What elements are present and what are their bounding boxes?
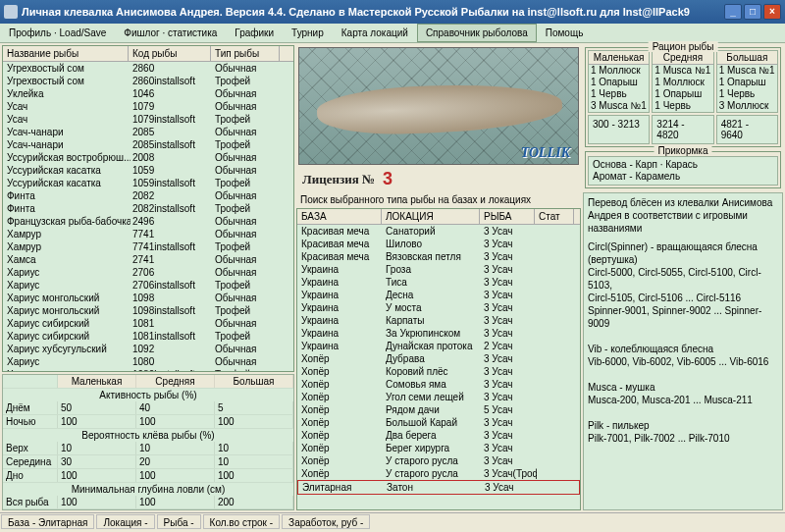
table-row[interactable]: ХопёрУ старого русла3 Усач xyxy=(297,454,580,467)
table-row[interactable]: Хариус2706Обычная xyxy=(3,266,293,279)
activity-row: Середина302010 xyxy=(3,455,293,469)
col-fish-name[interactable]: Название рыбы xyxy=(3,46,129,61)
fish-image: TOLLIK xyxy=(298,47,579,165)
table-row[interactable]: ЭлитарнаяЗатон3 Усач xyxy=(297,480,580,495)
table-row[interactable]: ХопёрСомовья яма3 Усач xyxy=(297,378,580,391)
table-row[interactable]: ХопёрУгол семи лещей3 Усач xyxy=(297,391,580,403)
range-box: 300 - 3213 xyxy=(588,115,650,144)
activity-row: Вся рыба100100200 xyxy=(3,496,293,509)
menu-4[interactable]: Карта локаций xyxy=(333,24,417,42)
table-row[interactable]: Усач-чанари2085installsoftТрофей xyxy=(3,138,293,151)
status-cell: Заработок, руб - xyxy=(282,514,370,529)
table-row[interactable]: УкраинаГроза3 Усач xyxy=(297,263,580,276)
table-row[interactable]: УкраинаЗа Укрюпинском3 Усач xyxy=(297,327,580,340)
window-title: Личная клевалка Анисимова Андрея. Версия… xyxy=(22,6,722,18)
menu-3[interactable]: Турнир xyxy=(283,24,333,42)
activity-row: Дно100100100 xyxy=(3,469,293,483)
table-row[interactable]: Хариус1080Обычная xyxy=(3,355,293,368)
table-row[interactable]: ХопёрБерег хирурга3 Усач xyxy=(297,442,580,454)
fish-table-header: Название рыбы Код рыбы Тип рыбы xyxy=(3,46,293,62)
location-table[interactable]: БАЗА ЛОКАЦИЯ РЫБА Стат Красивая мечаСана… xyxy=(296,208,581,510)
license-row: Лицензия № 3 xyxy=(296,167,581,191)
menu-0[interactable]: Профиль · Load/Save xyxy=(0,24,115,42)
col-fish-code[interactable]: Код рыбы xyxy=(129,46,211,61)
table-row[interactable]: УкраинаТиса3 Усач xyxy=(297,276,580,289)
search-caption: Поиск выбранного типа рыбы на базах и ло… xyxy=(296,191,581,208)
col-location[interactable]: ЛОКАЦИЯ xyxy=(382,209,480,224)
table-row[interactable]: Усач-чанари2085Обычная xyxy=(3,126,293,138)
status-cell: Локация - xyxy=(96,514,154,529)
table-row[interactable]: Финта2082installsoftТрофей xyxy=(3,202,293,215)
right-pane: Рацион рыбы Маленькая1 Моллюск1 Опарыш1 … xyxy=(583,45,783,510)
table-row[interactable]: УкраинаДунайская протока2 Усач xyxy=(297,340,580,352)
table-row[interactable]: Усач1079installsoftТрофей xyxy=(3,113,293,126)
table-row[interactable]: Хариус сибирский1081Обычная xyxy=(3,317,293,330)
table-row[interactable]: Уклейка1046Обычная xyxy=(3,87,293,100)
fish-table-body[interactable]: Угрехвостый сом2860ОбычнаяУгрехвостый со… xyxy=(3,62,293,372)
table-row[interactable]: Угрехвостый сом2860Обычная xyxy=(3,62,293,75)
table-row[interactable]: Хамса2741Обычная xyxy=(3,253,293,266)
prikormka-title: Прикормка xyxy=(654,145,712,156)
table-row[interactable]: Хариус1080installsoftТрофей xyxy=(3,368,293,372)
table-row[interactable]: ХопёрДубрава3 Усач xyxy=(297,352,580,365)
menu-5[interactable]: Справочник рыболова xyxy=(417,24,537,42)
ration-group: Рацион рыбы Маленькая1 Моллюск1 Опарыш1 … xyxy=(585,47,781,147)
license-number: 3 xyxy=(383,169,392,189)
ration-col: Большая1 Musca №11 Опарыш1 Червь3 Моллюс… xyxy=(716,50,778,113)
table-row[interactable]: Уссурийская востробрюш...2008Обычная xyxy=(3,151,293,164)
fish-table[interactable]: Название рыбы Код рыбы Тип рыбы Угрехвос… xyxy=(2,45,294,372)
titlebar: Личная клевалка Анисимова Андрея. Версия… xyxy=(0,0,785,24)
location-table-body[interactable]: Красивая мечаСанаторий3 УсачКрасивая меч… xyxy=(297,225,580,495)
weight-ranges: 300 - 32133214 - 48204821 - 9640 xyxy=(588,115,778,144)
table-row[interactable]: Хариус монгольский1098Обычная xyxy=(3,292,293,304)
workspace: Название рыбы Код рыбы Тип рыбы Угрехвос… xyxy=(0,43,785,512)
activity-row: Днём50405 xyxy=(3,401,293,415)
maximize-button[interactable]: □ xyxy=(744,4,761,20)
ration-col: Маленькая1 Моллюск1 Опарыш1 Червь3 Musca… xyxy=(588,50,650,113)
status-cell: Кол.во строк - xyxy=(203,514,281,529)
close-button[interactable]: × xyxy=(763,4,781,20)
col-fish-type[interactable]: Тип рыбы xyxy=(211,46,280,61)
app-icon xyxy=(4,5,18,19)
table-row[interactable]: ХопёрУ старого русла3 Усач(Трофей) xyxy=(297,467,580,480)
table-row[interactable]: Красивая мечаСанаторий3 Усач xyxy=(297,225,580,238)
table-row[interactable]: Хамрур7741Обычная xyxy=(3,228,293,240)
table-row[interactable]: Хариус монгольский1098installsoftТрофей xyxy=(3,304,293,317)
ration-title: Рацион рыбы xyxy=(649,41,718,52)
table-row[interactable]: УкраинаУ моста3 Усач xyxy=(297,301,580,314)
activity-row: Верх101010 xyxy=(3,442,293,455)
license-label: Лицензия № xyxy=(302,173,375,186)
range-box: 4821 - 9640 xyxy=(716,115,778,144)
col-fish[interactable]: РЫБА xyxy=(480,209,535,224)
table-row[interactable]: Уссурийская касатка1059Обычная xyxy=(3,164,293,177)
table-row[interactable]: Хариус2706installsoftТрофей xyxy=(3,279,293,292)
table-row[interactable]: Уссурийская касатка1059installsoftТрофей xyxy=(3,177,293,189)
middle-pane: TOLLIK Лицензия № 3 Поиск выбранного тип… xyxy=(296,45,581,510)
table-row[interactable]: ХопёрКоровий плёс3 Усач xyxy=(297,365,580,378)
watermark: TOLLIK xyxy=(521,146,570,160)
left-pane: Название рыбы Код рыбы Тип рыбы Угрехвос… xyxy=(2,45,294,510)
table-row[interactable]: ХопёрБольшой Карай3 Усач xyxy=(297,416,580,429)
prikormka-group: Прикормка Основа - Карп · КарасьАромат -… xyxy=(585,151,781,188)
table-row[interactable]: Финта2082Обычная xyxy=(3,189,293,202)
range-box: 3214 - 4820 xyxy=(652,115,713,144)
table-row[interactable]: Французская рыба-бабочка2496Обычная xyxy=(3,215,293,228)
table-row[interactable]: Хариус сибирский1081installsoftТрофей xyxy=(3,330,293,343)
menu-6[interactable]: Помощь xyxy=(537,24,593,42)
table-row[interactable]: Усач1079Обычная xyxy=(3,100,293,113)
col-base[interactable]: БАЗА xyxy=(297,209,382,224)
table-row[interactable]: Хамрур7741installsoftТрофей xyxy=(3,240,293,253)
table-row[interactable]: Красивая мечаШилово3 Усач xyxy=(297,238,580,250)
table-row[interactable]: ХопёрРядом дачи5 Усач xyxy=(297,403,580,416)
minimize-button[interactable]: _ xyxy=(724,4,742,20)
table-row[interactable]: Красивая мечаВязовская петля3 Усач xyxy=(297,250,580,263)
menubar: Профиль · Load/SaveФишлог · статистикаГр… xyxy=(0,24,785,43)
table-row[interactable]: ХопёрДва берега3 Усач xyxy=(297,429,580,442)
table-row[interactable]: Угрехвостый сом2860installsoftТрофей xyxy=(3,75,293,87)
table-row[interactable]: УкраинаКарпаты3 Усач xyxy=(297,314,580,327)
menu-1[interactable]: Фишлог · статистика xyxy=(115,24,226,42)
col-stat[interactable]: Стат xyxy=(535,209,574,224)
table-row[interactable]: Хариус хубсугульский1092Обычная xyxy=(3,343,293,355)
table-row[interactable]: УкраинаДесна3 Усач xyxy=(297,289,580,301)
menu-2[interactable]: Графики xyxy=(226,24,283,42)
